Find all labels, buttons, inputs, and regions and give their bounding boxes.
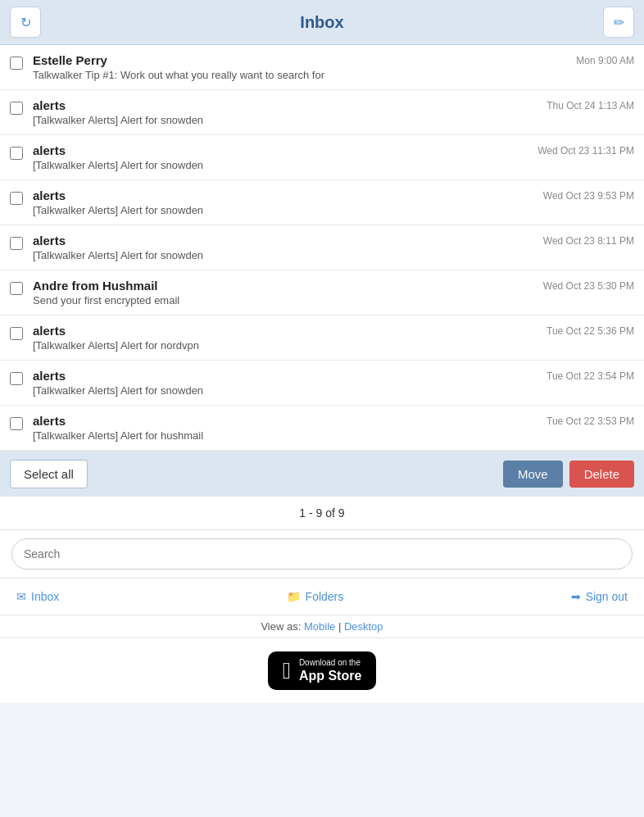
email-right: Tue Oct 22 5:36 PM <box>538 324 634 337</box>
email-right: Wed Oct 23 9:53 PM <box>535 188 634 202</box>
folders-icon: 📁 <box>287 590 301 603</box>
compose-button[interactable]: ✏ <box>603 7 634 38</box>
email-row[interactable]: alerts[Talkwalker Alerts] Alert for nord… <box>0 315 644 361</box>
email-checkbox[interactable] <box>10 57 23 70</box>
action-buttons: Move Delete <box>503 461 634 488</box>
header: ↻ Inbox ✏ <box>0 0 644 45</box>
email-date: Wed Oct 23 8:11 PM <box>543 235 634 247</box>
email-sender: alerts <box>33 98 538 112</box>
email-sender: Andre from Hushmail <box>33 279 535 293</box>
email-sender: Estelle Perry <box>33 53 568 67</box>
email-content: alerts[Talkwalker Alerts] Alert for snow… <box>33 188 535 216</box>
inbox-label: Inbox <box>31 590 59 603</box>
bottom-bar: Select all Move Delete <box>0 452 644 497</box>
email-sender: alerts <box>33 143 529 157</box>
email-checkbox[interactable] <box>10 417 23 430</box>
delete-button[interactable]: Delete <box>569 461 634 488</box>
email-row[interactable]: alerts[Talkwalker Alerts] Alert for snow… <box>0 180 644 225</box>
view-as-label: View as: <box>261 620 301 633</box>
email-list: Estelle PerryTalkwalker Tip #1: Work out… <box>0 45 644 452</box>
email-checkbox[interactable] <box>10 327 23 340</box>
email-checkbox[interactable] <box>10 372 23 385</box>
email-row[interactable]: alerts[Talkwalker Alerts] Alert for snow… <box>0 90 644 135</box>
email-content: alerts[Talkwalker Alerts] Alert for nord… <box>33 324 538 352</box>
email-date: Tue Oct 22 5:36 PM <box>546 325 634 337</box>
email-checkbox[interactable] <box>10 102 23 115</box>
signout-icon: ➡ <box>571 590 581 603</box>
search-container <box>0 530 644 579</box>
email-date: Wed Oct 23 11:31 PM <box>537 145 634 157</box>
refresh-button[interactable]: ↻ <box>10 7 41 38</box>
email-content: Andre from HushmailSend your first encry… <box>33 279 535 306</box>
email-subject: [Talkwalker Alerts] Alert for snowden <box>33 204 535 216</box>
mobile-link[interactable]: Mobile <box>304 620 335 633</box>
email-checkbox[interactable] <box>10 282 23 295</box>
email-subject: [Talkwalker Alerts] Alert for snowden <box>33 159 529 171</box>
pagination-text: 1 - 9 of 9 <box>299 506 344 520</box>
separator: | <box>338 620 344 633</box>
email-row[interactable]: alerts[Talkwalker Alerts] Alert for snow… <box>0 135 644 180</box>
apple-icon:  <box>283 660 291 683</box>
compose-icon: ✏ <box>614 15 624 30</box>
email-sender: alerts <box>33 324 538 338</box>
app-store-text: Download on the App Store <box>299 658 361 683</box>
email-date: Mon 9:00 AM <box>576 55 634 66</box>
email-content: alerts[Talkwalker Alerts] Alert for snow… <box>33 369 538 397</box>
email-row[interactable]: Andre from HushmailSend your first encry… <box>0 270 644 315</box>
email-date: Wed Oct 23 5:30 PM <box>543 280 634 292</box>
desktop-link[interactable]: Desktop <box>344 620 383 633</box>
email-date: Tue Oct 22 3:54 PM <box>546 370 634 382</box>
email-right: Wed Oct 23 5:30 PM <box>535 279 634 292</box>
email-sender: alerts <box>33 188 535 202</box>
search-input[interactable] <box>11 538 633 570</box>
email-subject: Send your first encrypted email <box>33 294 535 306</box>
email-right: Mon 9:00 AM <box>568 53 634 66</box>
email-subject: [Talkwalker Alerts] Alert for nordvpn <box>33 339 538 352</box>
folders-link[interactable]: 📁 Folders <box>287 590 344 603</box>
folders-label: Folders <box>306 590 344 603</box>
inbox-link[interactable]: ✉ Inbox <box>16 590 59 603</box>
signout-label: Sign out <box>586 590 628 603</box>
email-subject: [Talkwalker Alerts] Alert for snowden <box>33 114 538 126</box>
email-sender: alerts <box>33 369 538 383</box>
move-button[interactable]: Move <box>503 461 563 488</box>
email-date: Tue Oct 22 3:53 PM <box>546 415 634 427</box>
signout-link[interactable]: ➡ Sign out <box>571 590 628 603</box>
email-subject: [Talkwalker Alerts] Alert for snowden <box>33 384 538 397</box>
refresh-icon: ↻ <box>20 15 31 30</box>
email-right: Thu Oct 24 1:13 AM <box>538 98 634 111</box>
email-content: alerts[Talkwalker Alerts] Alert for snow… <box>33 234 535 261</box>
select-all-button[interactable]: Select all <box>10 460 88 488</box>
store-label: App Store <box>299 668 361 683</box>
email-date: Wed Oct 23 9:53 PM <box>543 190 634 202</box>
footer-nav: ✉ Inbox 📁 Folders ➡ Sign out <box>0 579 644 615</box>
email-row[interactable]: alerts[Talkwalker Alerts] Alert for snow… <box>0 225 644 270</box>
email-row[interactable]: alerts[Talkwalker Alerts] Alert for hush… <box>0 406 644 451</box>
email-content: alerts[Talkwalker Alerts] Alert for hush… <box>33 414 538 442</box>
page-title: Inbox <box>300 13 343 32</box>
email-checkbox[interactable] <box>10 192 23 205</box>
email-content: alerts[Talkwalker Alerts] Alert for snow… <box>33 143 529 171</box>
email-right: Tue Oct 22 3:53 PM <box>538 414 634 427</box>
app-store-link[interactable]:  Download on the App Store <box>268 651 377 690</box>
email-checkbox[interactable] <box>10 147 23 160</box>
email-right: Wed Oct 23 11:31 PM <box>529 143 634 157</box>
email-content: alerts[Talkwalker Alerts] Alert for snow… <box>33 98 538 126</box>
email-subject: [Talkwalker Alerts] Alert for hushmail <box>33 429 538 442</box>
email-right: Wed Oct 23 8:11 PM <box>535 234 634 247</box>
email-date: Thu Oct 24 1:13 AM <box>546 100 634 111</box>
download-label: Download on the <box>299 658 361 668</box>
email-sender: alerts <box>33 234 535 247</box>
inbox-icon: ✉ <box>16 590 26 603</box>
email-checkbox[interactable] <box>10 237 23 250</box>
email-content: Estelle PerryTalkwalker Tip #1: Work out… <box>33 53 568 81</box>
email-right: Tue Oct 22 3:54 PM <box>538 369 634 382</box>
pagination: 1 - 9 of 9 <box>0 497 644 530</box>
email-subject: [Talkwalker Alerts] Alert for snowden <box>33 249 535 261</box>
view-as: View as: Mobile | Desktop <box>0 615 644 638</box>
email-row[interactable]: alerts[Talkwalker Alerts] Alert for snow… <box>0 361 644 406</box>
email-subject: Talkwalker Tip #1: Work out what you rea… <box>33 69 568 81</box>
email-sender: alerts <box>33 414 538 428</box>
app-store-section:  Download on the App Store <box>0 638 644 703</box>
email-row[interactable]: Estelle PerryTalkwalker Tip #1: Work out… <box>0 45 644 90</box>
